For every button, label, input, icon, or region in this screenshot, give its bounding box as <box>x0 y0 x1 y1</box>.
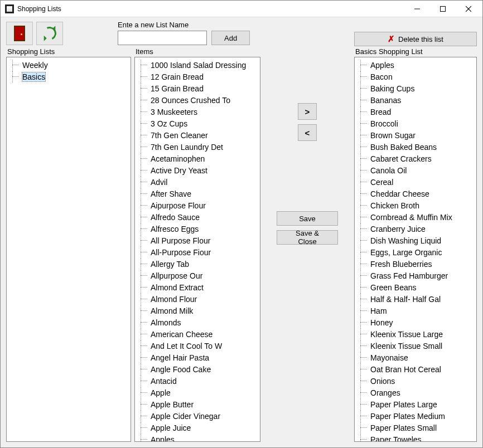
tree-item[interactable]: Alfredo Sauce <box>136 212 260 223</box>
tree-item[interactable]: Dish Washing Liquid <box>356 235 475 247</box>
tree-item[interactable]: Weekly <box>8 60 129 71</box>
tree-item[interactable]: 3 Muskeeters <box>136 106 260 118</box>
tree-item-label: Alfresco Eggs <box>151 225 199 233</box>
tree-item[interactable]: Apple Cider Vinegar <box>136 411 260 422</box>
new-list-input[interactable] <box>118 31 207 45</box>
tree-item[interactable]: Honey <box>356 317 475 329</box>
tree-item[interactable]: Aipurpose Flour <box>136 200 260 212</box>
tree-item[interactable]: 7th Gen Cleaner <box>136 130 260 142</box>
tree-item[interactable]: Apples <box>136 434 260 442</box>
tree-item[interactable]: Cheddar Cheese <box>356 188 475 200</box>
tree-item[interactable]: And Let It Cool To W <box>136 340 260 352</box>
tree-item-label: Alfredo Sauce <box>151 213 200 222</box>
tree-item[interactable]: Bananas <box>356 95 475 106</box>
tree-item[interactable]: Angel Hair Pasta <box>136 352 260 364</box>
tree-item[interactable]: Paper Plates Small <box>356 422 475 434</box>
tree-item[interactable]: 7th Gen Laundry Det <box>136 142 260 153</box>
tree-item-label: Apple <box>151 388 171 397</box>
tree-item-label: Allpurpose Our <box>151 271 202 280</box>
tree-item[interactable]: Onions <box>356 376 475 387</box>
tree-item[interactable]: Fresh Blueberries <box>356 259 475 270</box>
delete-list-button[interactable]: ✗ Delete this list <box>354 32 477 46</box>
tree-item[interactable]: Cornbread & Muffin Mix <box>356 212 475 223</box>
tree-item-label: Apple Cider Vinegar <box>151 412 220 421</box>
tree-item[interactable]: Advil <box>136 177 260 188</box>
lists-tree[interactable]: WeeklyBasics <box>6 57 131 442</box>
tree-item[interactable]: Bread <box>356 106 475 118</box>
new-list-label: Ente a new List Name <box>118 21 250 29</box>
tree-item[interactable]: All Purpose Flour <box>136 235 260 247</box>
tree-item-label: Green Beans <box>370 283 417 292</box>
door-icon <box>14 26 25 41</box>
exit-button[interactable] <box>6 22 33 45</box>
tree-item[interactable]: Active Dry Yeast <box>136 165 260 177</box>
tree-item-label: Almond Flour <box>151 295 197 304</box>
tree-item[interactable]: Cranberry Juice <box>356 223 475 235</box>
refresh-button[interactable] <box>36 22 63 45</box>
tree-item-label: Bananas <box>370 96 401 105</box>
tree-item-label: Weekly <box>22 61 48 70</box>
tree-item-label: Advil <box>151 178 167 187</box>
tree-item[interactable]: Allergy Tab <box>136 259 260 270</box>
tree-item[interactable]: Almond Flour <box>136 294 260 305</box>
tree-item[interactable]: 15 Grain Bread <box>136 83 260 95</box>
selected-list-panel: Basics Shopping List ApplesBaconBaking C… <box>354 47 477 442</box>
tree-item[interactable]: Apple Juice <box>136 422 260 434</box>
tree-item[interactable]: Brown Sugar <box>356 130 475 142</box>
close-button[interactable] <box>456 1 481 17</box>
tree-item[interactable]: Apple <box>136 387 260 399</box>
tree-item[interactable]: Almonds <box>136 317 260 329</box>
tree-item[interactable]: Half & Half- Half Gal <box>356 294 475 305</box>
save-button[interactable]: Save <box>277 211 338 226</box>
tree-item[interactable]: Eggs, Large Organic <box>356 247 475 259</box>
move-left-button[interactable]: < <box>298 124 317 141</box>
tree-item[interactable]: Bush Baked Beans <box>356 142 475 153</box>
tree-item[interactable]: All-Purpose Fiour <box>136 247 260 259</box>
tree-item[interactable]: Green Beans <box>356 282 475 294</box>
tree-item[interactable]: Angle Food Cake <box>136 364 260 376</box>
tree-item[interactable]: Canola Oil <box>356 165 475 177</box>
tree-item[interactable]: Bacon <box>356 71 475 83</box>
tree-item[interactable]: 12 Grain Bread <box>136 71 260 83</box>
tree-item[interactable]: Cabaret Crackers <box>356 153 475 165</box>
tree-item[interactable]: Mayonaise <box>356 352 475 364</box>
tree-item[interactable]: Oranges <box>356 387 475 399</box>
tree-item[interactable]: Alfresco Eggs <box>136 223 260 235</box>
tree-item[interactable]: Paper Toweles <box>356 434 475 442</box>
window-title: Shopping Lists <box>17 5 61 13</box>
tree-item[interactable]: Grass Fed Hamburger <box>356 270 475 282</box>
save-close-button[interactable]: Save & Close <box>277 230 338 245</box>
items-panel: Items 1000 Island Salad Dressing12 Grain… <box>134 47 260 442</box>
tree-item[interactable]: Paper Plates Medium <box>356 411 475 422</box>
items-tree[interactable]: 1000 Island Salad Dressing12 Grain Bread… <box>134 57 260 442</box>
tree-item[interactable]: Allpurpose Our <box>136 270 260 282</box>
tree-item[interactable]: Paper Plates Large <box>356 399 475 411</box>
tree-item[interactable]: 1000 Island Salad Dressing <box>136 60 260 71</box>
tree-item[interactable]: Kleenix Tissue Small <box>356 340 475 352</box>
tree-item[interactable]: American Cheese <box>136 329 260 340</box>
tree-item[interactable]: Apples <box>356 60 475 71</box>
tree-item[interactable]: 28 Ounces Crushed To <box>136 95 260 106</box>
tree-item[interactable]: Baking Cups <box>356 83 475 95</box>
tree-item[interactable]: Antacid <box>136 376 260 387</box>
move-right-button[interactable]: > <box>298 103 317 120</box>
tree-item[interactable]: Kleenix Tissue Large <box>356 329 475 340</box>
add-button[interactable]: Add <box>211 31 250 45</box>
tree-item-label: After Shave <box>151 189 191 198</box>
tree-item[interactable]: Acetaminophen <box>136 153 260 165</box>
tree-item[interactable]: Almond Milk <box>136 305 260 317</box>
tree-item[interactable]: After Shave <box>136 188 260 200</box>
tree-item[interactable]: Basics <box>8 71 129 83</box>
tree-item[interactable]: Cereal <box>356 177 475 188</box>
maximize-button[interactable] <box>430 1 456 17</box>
tree-item[interactable]: Ham <box>356 305 475 317</box>
tree-item[interactable]: Oat Bran Hot Cereal <box>356 364 475 376</box>
tree-item[interactable]: Chicken Broth <box>356 200 475 212</box>
tree-item[interactable]: Broccoli <box>356 118 475 130</box>
tree-item[interactable]: 3 Oz Cups <box>136 118 260 130</box>
selected-list-tree[interactable]: ApplesBaconBaking CupsBananasBreadBrocco… <box>354 57 477 442</box>
tree-item-label: 7th Gen Laundry Det <box>151 143 223 152</box>
tree-item[interactable]: Apple Butter <box>136 399 260 411</box>
tree-item[interactable]: Almond Extract <box>136 282 260 294</box>
minimize-button[interactable] <box>404 1 430 17</box>
